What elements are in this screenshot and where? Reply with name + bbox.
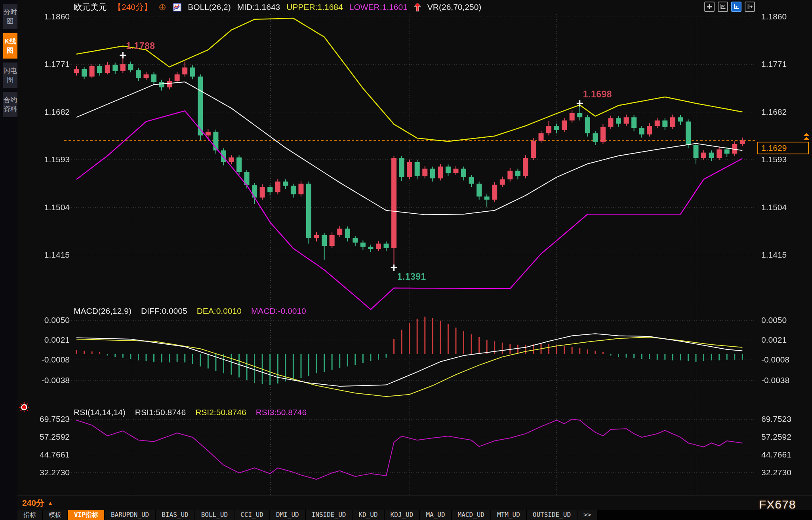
sidebar-item-tab-lightning-chart[interactable]: 闪电图	[3, 63, 17, 88]
toolbar-tab-inside_ud[interactable]: INSIDE_UD	[306, 510, 352, 520]
toolbar-tab-boll_ud[interactable]: BOLL_UD	[195, 510, 234, 520]
toolbar-tab-macd_ud[interactable]: MACD_UD	[452, 510, 490, 520]
chart-style-icon[interactable]	[173, 3, 181, 11]
toolbar-tab-kdj_ud[interactable]: KDJ_UD	[385, 510, 419, 520]
toolbar-tab-ma_ud[interactable]: MA_UD	[420, 510, 451, 520]
candlestick-chart-canvas[interactable]	[17, 0, 812, 495]
macd-title: MACD(26,12,9)	[74, 306, 132, 316]
toolbar-tab-vip[interactable]: VIP指标	[68, 510, 104, 520]
toolbar-tab-kd_ud[interactable]: KD_UD	[353, 510, 383, 520]
axis-scale-button[interactable]	[718, 2, 728, 12]
view-mode-buttons	[704, 2, 755, 12]
chart-type-sidebar: 分时图K线图闪电图合约资料	[0, 0, 17, 520]
sidebar-item-tab-contract-info[interactable]: 合约资料	[3, 92, 17, 117]
toolbar-tab-dmi_ud[interactable]: DMI_UD	[270, 510, 305, 520]
price-up-chevrons-icon	[802, 133, 810, 142]
macd-diff-value: DIFF:0.0005	[141, 306, 187, 316]
sidebar-item-tab-kline-chart[interactable]: K线图	[3, 33, 17, 59]
sidebar-item-tab-time-chart[interactable]: 分时图	[3, 4, 17, 29]
dropdown-arrow-icon: ▲	[48, 500, 53, 506]
boll-mid-value: MID:1.1643	[237, 2, 280, 12]
signal-up-arrow-icon	[414, 2, 421, 12]
axis-shift-button[interactable]	[745, 2, 755, 12]
alarm-icon	[18, 401, 30, 415]
toolbar-tab-cci_ud[interactable]: CCI_UD	[234, 510, 269, 520]
x-axis-row: 240分▲	[17, 495, 812, 510]
rsi-title: RSI(14,14,14)	[74, 408, 126, 417]
boll-indicator-label: BOLL(26,2)	[188, 2, 231, 12]
chart-header: 欧元美元 【240分】 ⊕ BOLL(26,2) MID:1.1643 UPPE…	[74, 1, 481, 13]
timeframe-selector[interactable]: 240分▲	[22, 497, 53, 509]
watermark: FX678	[759, 498, 796, 511]
toolbar-tab-[interactable]: 模板	[43, 510, 67, 520]
vr-indicator-label: VR(26,70,250)	[427, 2, 482, 12]
symbol-name: 欧元美元	[74, 2, 107, 13]
axis-play-button[interactable]	[731, 2, 741, 12]
toolbar-tab-mtm_ud[interactable]: MTM_UD	[491, 510, 526, 520]
toolbar-tab-bias_ud[interactable]: BIAS_UD	[156, 510, 194, 520]
current-price-tag: 1.1629	[757, 142, 809, 154]
toolbar-tab->>[interactable]: >>	[578, 510, 597, 520]
boll-upper-value: UPPER:1.1684	[286, 2, 343, 12]
rsi3-value: RSI3:50.8746	[256, 408, 307, 417]
crosshair-mode-button[interactable]	[704, 2, 715, 12]
indicator-toolbar: 指标模板VIP指标BARUPDN_UDBIAS_UDBOLL_UDCCI_UDD…	[17, 510, 812, 520]
macd-dea-value: DEA:0.0010	[197, 306, 242, 316]
toolbar-tab-[interactable]: 指标	[17, 510, 42, 520]
rsi1-value: RSI1:50.8746	[135, 408, 186, 417]
rsi-panel-header: RSI(14,14,14) RSI1:50.8746 RSI2:50.8746 …	[74, 408, 307, 417]
timeframe-label[interactable]: 【240分】	[113, 2, 152, 13]
trading-terminal: 分时图K线图闪电图合约资料 欧元美元 【240分】 ⊕ BOLL(26,2) M…	[0, 0, 812, 520]
boll-lower-value: LOWER:1.1601	[349, 2, 408, 12]
add-indicator-icon[interactable]: ⊕	[158, 3, 166, 11]
macd-panel-header: MACD(26,12,9) DIFF:0.0005 DEA:0.0010 MAC…	[74, 306, 306, 316]
timeframe-text: 240分	[22, 498, 44, 507]
macd-macd-value: MACD:-0.0010	[251, 306, 306, 316]
rsi2-value: RSI2:50.8746	[195, 408, 246, 417]
toolbar-tab-outside_ud[interactable]: OUTSIDE_UD	[527, 510, 577, 520]
toolbar-tab-barupdn_ud[interactable]: BARUPDN_UD	[105, 510, 155, 520]
